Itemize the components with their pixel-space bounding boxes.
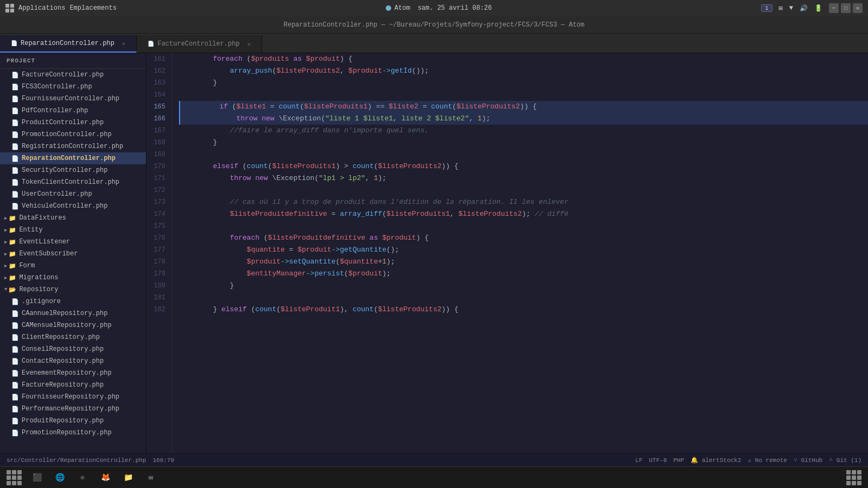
sidebar-item-contact-repo[interactable]: 📄 ContactRepository.php [0, 355, 146, 367]
filezilla-button[interactable]: 📁 [118, 469, 138, 486]
browser-icon: 🌐 [55, 473, 65, 482]
maximize-button[interactable]: □ [841, 3, 851, 13]
sidebar-folder-form[interactable]: ▶ 📁 Form [0, 260, 146, 272]
language-status[interactable]: PHP [673, 457, 684, 464]
file-icon: 📄 [11, 154, 20, 163]
sidebar-item-label: PdfController.php [22, 107, 88, 114]
file-icon: 📄 [11, 82, 20, 91]
folder-open-icon: 📂 [8, 285, 17, 294]
ln-167: 167 [151, 125, 165, 137]
sidebar-item-fournisseur-controller[interactable]: 📄 FournisseurController.php [0, 93, 146, 105]
cursor-position: 166:70 [152, 457, 174, 464]
tab-close-facture[interactable]: ✕ [247, 41, 251, 48]
sidebar-folder-migrations[interactable]: ▶ 📁 Migrations [0, 272, 146, 284]
sidebar-item-label: FournisseurRepository.php [22, 393, 119, 401]
applications-menu[interactable]: Applications [18, 4, 65, 12]
atom-status-dot [386, 5, 391, 11]
atom-label: Atom [394, 4, 410, 12]
chevron-down-icon: ▼ [4, 287, 7, 292]
github-status[interactable]: ⑂ GitHub [794, 457, 822, 464]
sidebar-folder-datafixtures[interactable]: ▶ 📁 DataFixtures [0, 212, 146, 224]
sidebar-item-reparation-controller[interactable]: 📄 ReparationController.php [0, 152, 146, 164]
firefox-icon: 🦊 [101, 473, 110, 482]
sidebar-item-camensuel[interactable]: 📄 CAMensuelRepository.php [0, 319, 146, 331]
tab-bar: 📄 ReparationController.php ✕ 📄 FactureCo… [0, 34, 868, 53]
code-editor[interactable]: 161 162 163 164 165 166 167 168 169 170 … [146, 53, 868, 453]
mail-button[interactable]: ✉ [141, 469, 161, 486]
ln-172: 172 [151, 184, 165, 196]
filezilla-icon: 📁 [124, 473, 133, 482]
line-ending-status[interactable]: LF [635, 457, 642, 464]
sidebar-item-conseil-repo[interactable]: 📄 ConseilRepository.php [0, 343, 146, 355]
sidebar-item-label: FournisseurController.php [22, 95, 119, 102]
atom-button[interactable]: ⚛ [73, 469, 92, 486]
apps-grid-button[interactable] [844, 469, 864, 486]
sidebar-item-vehicule-controller[interactable]: 📄 VehiculeController.php [0, 200, 146, 212]
sidebar-item-promotion-repo[interactable]: 📄 PromotionRepository.php [0, 427, 146, 439]
close-button[interactable]: ✕ [853, 3, 863, 13]
no-remote-status[interactable]: ⚠ No remote [748, 457, 787, 464]
sidebar-item-security-controller[interactable]: 📄 SecurityController.php [0, 164, 146, 176]
code-line-182: } elseif (count($listeProduit1), count($… [179, 304, 868, 316]
tab-facture-controller[interactable]: 📄 FactureController.php ✕ [137, 35, 262, 53]
code-area[interactable]: 161 162 163 164 165 166 167 168 169 170 … [146, 53, 868, 453]
sidebar-item-evenement-repo[interactable]: 📄 EvenementRepository.php [0, 367, 146, 379]
sidebar-item-token-controller[interactable]: 📄 TokenClientController.php [0, 176, 146, 188]
sidebar-item-pdf-controller[interactable]: 📄 PdfController.php [0, 105, 146, 117]
sidebar-item-user-controller[interactable]: 📄 UserController.php [0, 188, 146, 200]
terminal-button[interactable]: ⬛ [27, 469, 47, 486]
sidebar-item-promotion-controller[interactable]: 📄 PromotionController.php [0, 129, 146, 140]
code-line-168: } [179, 137, 868, 149]
apps-grid-icon[interactable] [5, 4, 14, 12]
sidebar-item-gitignore[interactable]: 📄 .gitignore [0, 296, 146, 307]
code-line-171: throw new \Exception("lp1 > lp2", 1); [179, 172, 868, 184]
code-line-169 [179, 149, 868, 160]
sidebar-folder-eventlistener[interactable]: ▶ 📁 EventListener [0, 236, 146, 248]
sidebar-item-label: .gitignore [22, 298, 61, 305]
minimize-button[interactable]: ─ [829, 3, 839, 13]
sidebar-item-registration-controller[interactable]: 📄 RegistrationController.php [0, 140, 146, 152]
code-line-163: } [179, 77, 868, 89]
status-bar-left: src/Controller/ReparationController.php … [7, 457, 174, 464]
file-icon: 📄 [11, 416, 20, 425]
php-file-icon: 📄 [11, 40, 17, 47]
ln-165: 165 [151, 101, 165, 113]
file-icon: 📄 [11, 130, 20, 139]
alert-stock-status[interactable]: 🔔 alertStock2 [691, 457, 741, 464]
sidebar-item-performance-repo[interactable]: 📄 PerformanceRepository.php [0, 403, 146, 415]
sidebar-item-produit-controller[interactable]: 📄 ProduitController.php [0, 117, 146, 129]
tab-close-reparation[interactable]: ✕ [122, 40, 126, 47]
sidebar-folder-entity[interactable]: ▶ 📁 Entity [0, 224, 146, 236]
ln-178: 178 [151, 256, 165, 268]
sidebar-item-caannuel[interactable]: 📄 CAannuelRepository.php [0, 307, 146, 319]
file-icon: 📄 [11, 142, 20, 151]
sidebar-header: Project [0, 53, 146, 69]
file-icon: 📄 [11, 309, 20, 318]
files-button[interactable] [4, 469, 24, 486]
sidebar-item-label: ProduitController.php [22, 119, 104, 126]
sidebar-item-facture-repo[interactable]: 📄 FactureRepository.php [0, 379, 146, 391]
sidebar-item-label: PerformanceRepository.php [22, 405, 119, 413]
places-menu[interactable]: Emplacements [69, 4, 116, 12]
main-content: Project 📄 FactureController.php 📄 FCS3Co… [0, 53, 868, 453]
sidebar-item-facture-controller[interactable]: 📄 FactureController.php [0, 69, 146, 81]
sidebar-folder-eventsubscriber[interactable]: ▶ 📁 EventSubscriber [0, 248, 146, 260]
sysbar-icon-4: 🔋 [814, 4, 822, 12]
window-title: ReparationController.php — ~/Bureau/Proj… [284, 21, 585, 29]
sidebar-item-fcs3-controller[interactable]: 📄 FCS3Controller.php [0, 81, 146, 93]
sidebar-item-produit-repo[interactable]: 📄 ProduitRepository.php [0, 415, 146, 427]
sidebar-item-client-repo[interactable]: 📄 ClientRepository.php [0, 331, 146, 343]
sidebar-folder-repository[interactable]: ▼ 📂 Repository [0, 284, 146, 296]
browser-button[interactable]: 🌐 [50, 469, 69, 486]
sidebar: Project 📄 FactureController.php 📄 FCS3Co… [0, 53, 146, 453]
file-icon: 📄 [11, 393, 20, 401]
folder-icon: 📁 [8, 273, 17, 282]
sidebar-item-fournisseur-repo[interactable]: 📄 FournisseurRepository.php [0, 391, 146, 403]
git-status[interactable]: ⑃ Git (1) [829, 457, 861, 464]
sidebar-tree[interactable]: 📄 FactureController.php 📄 FCS3Controller… [0, 69, 146, 453]
encoding-status[interactable]: UTF-8 [649, 457, 667, 464]
sidebar-item-label: PromotionController.php [22, 131, 112, 138]
tab-reparation-controller[interactable]: 📄 ReparationController.php ✕ [0, 35, 137, 53]
folder-icon: 📁 [8, 237, 17, 246]
firefox-button[interactable]: 🦊 [95, 469, 115, 486]
